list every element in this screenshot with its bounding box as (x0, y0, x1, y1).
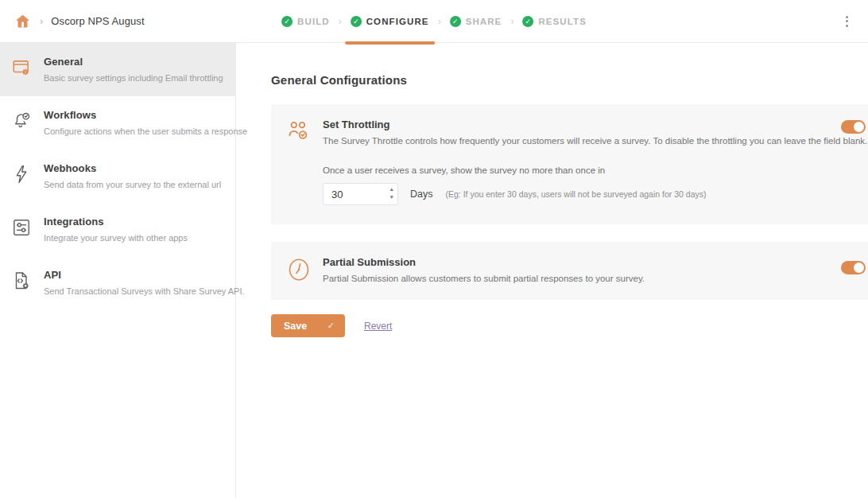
throttle-frequency-label: Once a user receives a survey, show the … (323, 165, 867, 175)
sidebar-item-label: Webhooks (44, 162, 221, 174)
step-configure[interactable]: ✓ CONFIGURE (345, 0, 435, 43)
chevron-right-icon: › (507, 16, 517, 27)
throttle-days-input[interactable] (323, 183, 398, 205)
sidebar-item-general[interactable]: General Basic survey settings including … (0, 43, 235, 96)
partial-submission-toggle[interactable] (841, 261, 866, 274)
chevron-right-icon: › (435, 16, 444, 27)
sidebar-item-label: Integrations (44, 216, 188, 228)
step-build[interactable]: ✓ BUILD (276, 0, 335, 43)
users-check-icon (287, 119, 311, 146)
check-circle-icon: ✓ (281, 16, 293, 27)
check-circle-icon: ✓ (351, 16, 362, 27)
sidebar-item-label: API (44, 269, 245, 281)
throttling-title: Set Throttling (323, 119, 867, 130)
clock-icon (287, 256, 311, 286)
sidebar-item-desc: Send data from your survey to the extern… (44, 180, 221, 189)
survey-title[interactable]: Oscorp NPS August (51, 15, 144, 27)
throttle-hint: (Eg: If you enter 30 days, users will no… (445, 189, 706, 199)
settings-sidebar: General Basic survey settings including … (0, 43, 236, 498)
partial-desc: Partial Submission allows customers to s… (323, 274, 645, 283)
code-document-icon (11, 269, 33, 297)
sidebar-item-desc: Configure actions when the user submits … (44, 126, 247, 136)
revert-link[interactable]: Revert (364, 321, 392, 332)
breadcrumb: › Oscorp NPS August (0, 12, 145, 31)
sidebar-item-workflows[interactable]: Workflows Configure actions when the use… (0, 96, 235, 150)
check-circle-icon: ✓ (450, 16, 461, 27)
sidebar-item-webhooks[interactable]: Webhooks Send data from your survey to t… (0, 150, 235, 203)
sidebar-item-desc: Send Transactional Surveys with Share Su… (44, 286, 245, 296)
sidebar-item-desc: Integrate your survey with other apps (44, 233, 188, 243)
more-options-icon[interactable] (842, 12, 852, 31)
partial-title: Partial Submission (323, 256, 645, 268)
home-icon[interactable] (13, 12, 32, 31)
sidebar-item-label: Workflows (44, 109, 247, 121)
partial-submission-card: Partial Submission Partial Submission al… (271, 242, 868, 300)
throttling-desc: The Survey Throttle controls how frequen… (323, 136, 867, 146)
check-icon: ✓ (327, 321, 335, 331)
number-stepper-icon[interactable]: ▲▼ (389, 185, 394, 201)
check-circle-icon: ✓ (522, 16, 533, 27)
top-bar: › Oscorp NPS August ✓ BUILD › ✓ CONFIGUR… (0, 0, 868, 43)
sidebar-item-integrations[interactable]: Integrations Integrate your survey with … (0, 203, 235, 256)
chevron-right-icon: › (335, 16, 345, 27)
sidebar-item-label: General (44, 56, 223, 68)
sidebar-item-api[interactable]: API Send Transactional Surveys with Shar… (0, 256, 235, 309)
throttling-toggle[interactable] (841, 120, 866, 134)
survey-stepper: ✓ BUILD › ✓ CONFIGURE › ✓ SHARE › ✓ RESU… (276, 0, 592, 43)
sliders-icon (11, 216, 33, 243)
page-title: General Configurations (271, 73, 868, 87)
step-results[interactable]: ✓ RESULTS (517, 0, 592, 43)
chevron-right-icon: › (40, 15, 43, 27)
set-throttling-card: Set Throttling The Survey Throttle contr… (271, 104, 868, 224)
days-unit-label: Days (410, 189, 432, 200)
bell-check-icon (11, 109, 33, 137)
sidebar-item-desc: Basic survey settings including Email th… (44, 73, 223, 83)
main-content: General Configurations Set Throttling Th… (236, 43, 868, 498)
lightning-icon (11, 162, 33, 190)
save-button[interactable]: Save ✓ (271, 314, 345, 337)
step-share[interactable]: ✓ SHARE (444, 0, 508, 43)
settings-card-icon (11, 56, 33, 84)
